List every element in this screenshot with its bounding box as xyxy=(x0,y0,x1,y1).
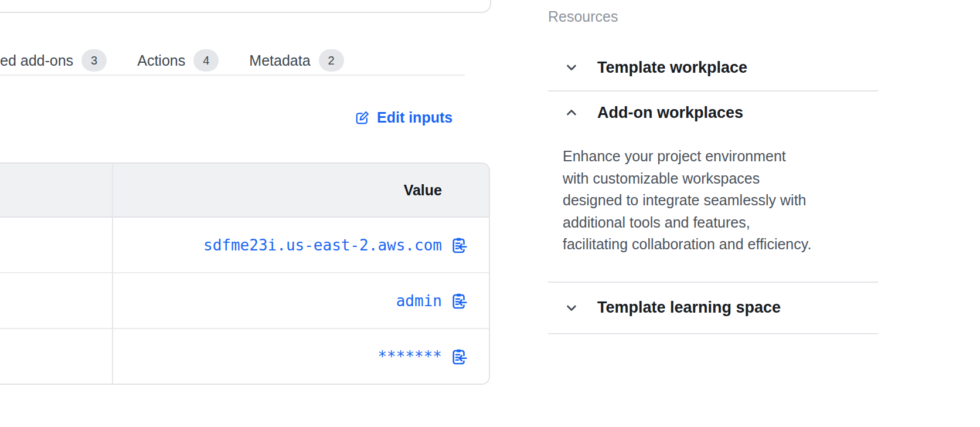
table-header-row: Value xyxy=(0,164,489,218)
top-card xyxy=(0,0,491,13)
tab-label: Metadata xyxy=(249,52,310,69)
copy-icon[interactable] xyxy=(450,292,468,310)
resources-panel: Template workplace Add-on workplaces Enh… xyxy=(548,45,878,334)
chevron-up-icon xyxy=(563,104,580,121)
resource-section: Template workplace xyxy=(548,45,878,92)
section-header-template-workplace[interactable]: Template workplace xyxy=(548,45,878,90)
row-value-url: sdfme23i.us-east-2.aws.com xyxy=(203,236,442,254)
tab-count-badge: 2 xyxy=(319,49,344,72)
tab-count-badge: 3 xyxy=(81,49,107,72)
value-column-header: Value xyxy=(404,182,442,199)
copy-icon[interactable] xyxy=(450,347,468,366)
table-row: admin xyxy=(0,272,489,328)
table-row: sdfme23i.us-east-2.aws.com xyxy=(0,218,489,272)
page: ed add-ons 3 Actions 4 Metadata 2 Edit i… xyxy=(0,0,980,427)
tab-bar: ed add-ons 3 Actions 4 Metadata 2 xyxy=(0,46,465,76)
chevron-down-icon xyxy=(563,300,580,316)
edit-icon xyxy=(354,110,370,126)
row-value-password: ******* xyxy=(377,348,442,365)
tab-label: Actions xyxy=(137,52,185,69)
resources-panel-title: Resources xyxy=(548,8,618,25)
section-description: Enhance your project environment with cu… xyxy=(563,145,815,256)
copy-icon[interactable] xyxy=(450,236,468,255)
section-title: Add-on workplaces xyxy=(597,104,743,122)
table-row: ******* xyxy=(0,328,489,384)
tab-metadata[interactable]: Metadata 2 xyxy=(249,49,343,72)
tab-count-badge: 4 xyxy=(193,49,219,72)
edit-inputs-label: Edit inputs xyxy=(377,109,452,126)
tab-actions[interactable]: Actions 4 xyxy=(137,49,219,72)
table-column-divider xyxy=(112,164,113,384)
resource-section: Add-on workplaces Enhance your project e… xyxy=(548,92,878,283)
chevron-down-icon xyxy=(563,59,580,76)
section-title: Template learning space xyxy=(597,299,781,317)
tab-installed-add-ons[interactable]: ed add-ons 3 xyxy=(0,49,107,72)
section-header-add-on-workplaces[interactable]: Add-on workplaces xyxy=(548,92,878,134)
edit-inputs-button[interactable]: Edit inputs xyxy=(354,109,452,126)
section-title: Template workplace xyxy=(597,59,747,77)
section-header-template-learning-space[interactable]: Template learning space xyxy=(548,283,878,333)
tab-label: ed add-ons xyxy=(0,52,73,69)
row-value-username: admin xyxy=(396,292,442,310)
inputs-table: Value sdfme23i.us-east-2.aws.com admin xyxy=(0,162,490,385)
resource-section: Template learning space xyxy=(548,283,878,334)
